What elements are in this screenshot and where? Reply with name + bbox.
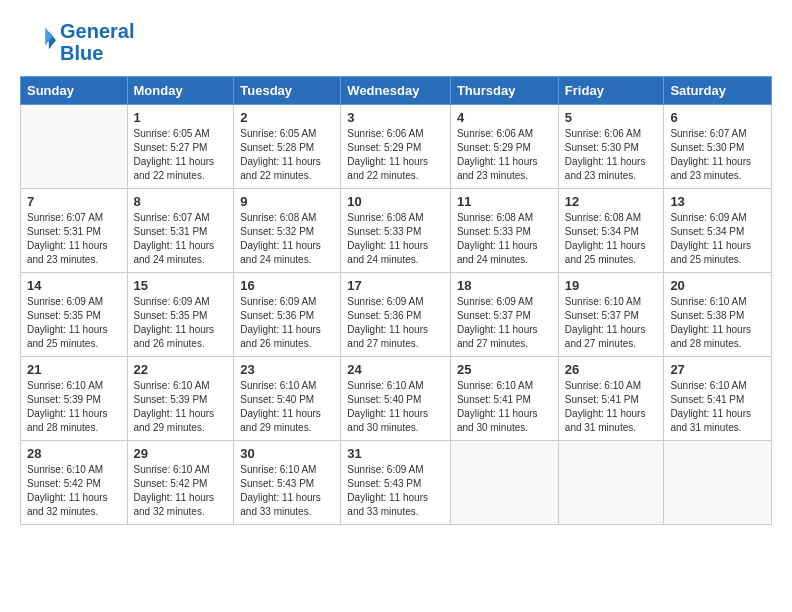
day-number: 14 — [27, 278, 121, 293]
day-header-saturday: Saturday — [664, 77, 772, 105]
day-info: Sunrise: 6:10 AM Sunset: 5:41 PM Dayligh… — [565, 379, 658, 435]
calendar-cell — [664, 441, 772, 525]
day-number: 22 — [134, 362, 228, 377]
calendar-cell: 13Sunrise: 6:09 AM Sunset: 5:34 PM Dayli… — [664, 189, 772, 273]
calendar-cell: 29Sunrise: 6:10 AM Sunset: 5:42 PM Dayli… — [127, 441, 234, 525]
day-number: 24 — [347, 362, 444, 377]
calendar-cell: 14Sunrise: 6:09 AM Sunset: 5:35 PM Dayli… — [21, 273, 128, 357]
calendar-cell: 22Sunrise: 6:10 AM Sunset: 5:39 PM Dayli… — [127, 357, 234, 441]
day-info: Sunrise: 6:09 AM Sunset: 5:34 PM Dayligh… — [670, 211, 765, 267]
calendar-table: SundayMondayTuesdayWednesdayThursdayFrid… — [20, 76, 772, 525]
day-info: Sunrise: 6:05 AM Sunset: 5:28 PM Dayligh… — [240, 127, 334, 183]
day-number: 20 — [670, 278, 765, 293]
day-number: 19 — [565, 278, 658, 293]
day-number: 12 — [565, 194, 658, 209]
calendar-cell: 25Sunrise: 6:10 AM Sunset: 5:41 PM Dayli… — [450, 357, 558, 441]
day-info: Sunrise: 6:10 AM Sunset: 5:43 PM Dayligh… — [240, 463, 334, 519]
day-info: Sunrise: 6:09 AM Sunset: 5:36 PM Dayligh… — [240, 295, 334, 351]
day-number: 26 — [565, 362, 658, 377]
day-number: 5 — [565, 110, 658, 125]
calendar-cell: 10Sunrise: 6:08 AM Sunset: 5:33 PM Dayli… — [341, 189, 451, 273]
logo-icon — [20, 24, 56, 60]
week-row-0: 1Sunrise: 6:05 AM Sunset: 5:27 PM Daylig… — [21, 105, 772, 189]
calendar-cell: 6Sunrise: 6:07 AM Sunset: 5:30 PM Daylig… — [664, 105, 772, 189]
day-info: Sunrise: 6:10 AM Sunset: 5:39 PM Dayligh… — [134, 379, 228, 435]
calendar-cell: 1Sunrise: 6:05 AM Sunset: 5:27 PM Daylig… — [127, 105, 234, 189]
day-info: Sunrise: 6:09 AM Sunset: 5:35 PM Dayligh… — [27, 295, 121, 351]
calendar-cell: 23Sunrise: 6:10 AM Sunset: 5:40 PM Dayli… — [234, 357, 341, 441]
calendar-cell: 8Sunrise: 6:07 AM Sunset: 5:31 PM Daylig… — [127, 189, 234, 273]
day-number: 17 — [347, 278, 444, 293]
day-info: Sunrise: 6:09 AM Sunset: 5:36 PM Dayligh… — [347, 295, 444, 351]
day-header-sunday: Sunday — [21, 77, 128, 105]
week-row-4: 28Sunrise: 6:10 AM Sunset: 5:42 PM Dayli… — [21, 441, 772, 525]
day-info: Sunrise: 6:10 AM Sunset: 5:41 PM Dayligh… — [670, 379, 765, 435]
day-info: Sunrise: 6:08 AM Sunset: 5:33 PM Dayligh… — [347, 211, 444, 267]
calendar-cell: 17Sunrise: 6:09 AM Sunset: 5:36 PM Dayli… — [341, 273, 451, 357]
day-info: Sunrise: 6:07 AM Sunset: 5:31 PM Dayligh… — [27, 211, 121, 267]
page: General Blue SundayMondayTuesdayWednesda… — [0, 0, 792, 612]
calendar-cell: 16Sunrise: 6:09 AM Sunset: 5:36 PM Dayli… — [234, 273, 341, 357]
day-info: Sunrise: 6:09 AM Sunset: 5:37 PM Dayligh… — [457, 295, 552, 351]
calendar-cell: 27Sunrise: 6:10 AM Sunset: 5:41 PM Dayli… — [664, 357, 772, 441]
days-header-row: SundayMondayTuesdayWednesdayThursdayFrid… — [21, 77, 772, 105]
calendar-cell: 18Sunrise: 6:09 AM Sunset: 5:37 PM Dayli… — [450, 273, 558, 357]
day-number: 21 — [27, 362, 121, 377]
day-number: 10 — [347, 194, 444, 209]
day-info: Sunrise: 6:10 AM Sunset: 5:41 PM Dayligh… — [457, 379, 552, 435]
day-number: 31 — [347, 446, 444, 461]
calendar-cell — [558, 441, 664, 525]
day-number: 16 — [240, 278, 334, 293]
day-header-friday: Friday — [558, 77, 664, 105]
day-info: Sunrise: 6:09 AM Sunset: 5:35 PM Dayligh… — [134, 295, 228, 351]
calendar-cell: 4Sunrise: 6:06 AM Sunset: 5:29 PM Daylig… — [450, 105, 558, 189]
day-number: 6 — [670, 110, 765, 125]
day-number: 28 — [27, 446, 121, 461]
day-number: 30 — [240, 446, 334, 461]
day-info: Sunrise: 6:06 AM Sunset: 5:29 PM Dayligh… — [347, 127, 444, 183]
calendar-cell: 20Sunrise: 6:10 AM Sunset: 5:38 PM Dayli… — [664, 273, 772, 357]
day-info: Sunrise: 6:05 AM Sunset: 5:27 PM Dayligh… — [134, 127, 228, 183]
day-header-monday: Monday — [127, 77, 234, 105]
calendar-cell: 28Sunrise: 6:10 AM Sunset: 5:42 PM Dayli… — [21, 441, 128, 525]
day-info: Sunrise: 6:10 AM Sunset: 5:40 PM Dayligh… — [347, 379, 444, 435]
day-info: Sunrise: 6:06 AM Sunset: 5:30 PM Dayligh… — [565, 127, 658, 183]
calendar-cell: 12Sunrise: 6:08 AM Sunset: 5:34 PM Dayli… — [558, 189, 664, 273]
calendar-cell: 26Sunrise: 6:10 AM Sunset: 5:41 PM Dayli… — [558, 357, 664, 441]
day-header-wednesday: Wednesday — [341, 77, 451, 105]
day-info: Sunrise: 6:09 AM Sunset: 5:43 PM Dayligh… — [347, 463, 444, 519]
day-number: 8 — [134, 194, 228, 209]
day-number: 2 — [240, 110, 334, 125]
calendar-cell: 3Sunrise: 6:06 AM Sunset: 5:29 PM Daylig… — [341, 105, 451, 189]
calendar-cell: 7Sunrise: 6:07 AM Sunset: 5:31 PM Daylig… — [21, 189, 128, 273]
calendar-cell — [450, 441, 558, 525]
calendar-cell: 30Sunrise: 6:10 AM Sunset: 5:43 PM Dayli… — [234, 441, 341, 525]
logo-general: General — [60, 20, 134, 42]
day-number: 1 — [134, 110, 228, 125]
day-info: Sunrise: 6:10 AM Sunset: 5:39 PM Dayligh… — [27, 379, 121, 435]
calendar-cell: 21Sunrise: 6:10 AM Sunset: 5:39 PM Dayli… — [21, 357, 128, 441]
day-number: 13 — [670, 194, 765, 209]
week-row-1: 7Sunrise: 6:07 AM Sunset: 5:31 PM Daylig… — [21, 189, 772, 273]
day-number: 18 — [457, 278, 552, 293]
logo-blue: Blue — [60, 42, 134, 64]
day-info: Sunrise: 6:10 AM Sunset: 5:42 PM Dayligh… — [134, 463, 228, 519]
day-info: Sunrise: 6:08 AM Sunset: 5:34 PM Dayligh… — [565, 211, 658, 267]
day-number: 29 — [134, 446, 228, 461]
day-number: 15 — [134, 278, 228, 293]
day-info: Sunrise: 6:08 AM Sunset: 5:32 PM Dayligh… — [240, 211, 334, 267]
calendar-cell — [21, 105, 128, 189]
day-number: 23 — [240, 362, 334, 377]
day-number: 4 — [457, 110, 552, 125]
calendar-cell: 24Sunrise: 6:10 AM Sunset: 5:40 PM Dayli… — [341, 357, 451, 441]
logo: General Blue — [20, 20, 134, 64]
day-info: Sunrise: 6:07 AM Sunset: 5:30 PM Dayligh… — [670, 127, 765, 183]
day-header-thursday: Thursday — [450, 77, 558, 105]
calendar-cell: 19Sunrise: 6:10 AM Sunset: 5:37 PM Dayli… — [558, 273, 664, 357]
calendar-cell: 9Sunrise: 6:08 AM Sunset: 5:32 PM Daylig… — [234, 189, 341, 273]
calendar-cell: 31Sunrise: 6:09 AM Sunset: 5:43 PM Dayli… — [341, 441, 451, 525]
week-row-2: 14Sunrise: 6:09 AM Sunset: 5:35 PM Dayli… — [21, 273, 772, 357]
calendar-cell: 15Sunrise: 6:09 AM Sunset: 5:35 PM Dayli… — [127, 273, 234, 357]
day-number: 9 — [240, 194, 334, 209]
day-info: Sunrise: 6:07 AM Sunset: 5:31 PM Dayligh… — [134, 211, 228, 267]
